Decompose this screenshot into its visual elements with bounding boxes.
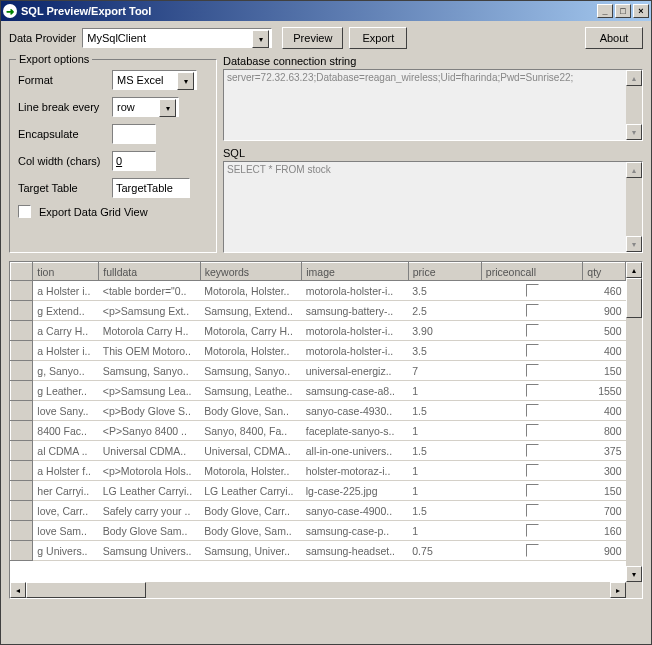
table-cell bbox=[481, 361, 582, 381]
table-row[interactable]: love Sam..Body Glove Sam..Body Glove, Sa… bbox=[11, 521, 626, 541]
table-cell: Safely carry your .. bbox=[99, 501, 200, 521]
table-cell: 1 bbox=[408, 481, 481, 501]
table-cell: Motorola, Holster.. bbox=[200, 341, 301, 361]
table-cell: 1 bbox=[408, 461, 481, 481]
row-checkbox[interactable] bbox=[526, 304, 539, 317]
table-cell: 150 bbox=[583, 481, 626, 501]
table-cell: lg-case-225.jpg bbox=[302, 481, 409, 501]
row-checkbox[interactable] bbox=[526, 424, 539, 437]
table-row[interactable]: g Univers..Samsung Univers..Samsung, Uni… bbox=[11, 541, 626, 561]
sql-scrollbar[interactable]: ▴ ▾ bbox=[626, 162, 642, 252]
table-cell bbox=[481, 521, 582, 541]
table-cell: g Extend.. bbox=[33, 301, 99, 321]
minimize-button[interactable]: _ bbox=[597, 4, 613, 18]
grid-corner bbox=[626, 582, 642, 598]
table-cell: 1550 bbox=[583, 381, 626, 401]
about-button[interactable]: About bbox=[585, 27, 643, 49]
table-cell: 460 bbox=[583, 281, 626, 301]
row-checkbox[interactable] bbox=[526, 524, 539, 537]
table-cell: 900 bbox=[583, 541, 626, 561]
table-cell bbox=[481, 501, 582, 521]
conn-string-label: Database connection string bbox=[223, 55, 643, 67]
table-cell: 8400 Fac.. bbox=[33, 421, 99, 441]
grid-vscroll-thumb[interactable] bbox=[626, 278, 642, 318]
encapsulate-input[interactable] bbox=[112, 124, 156, 144]
data-provider-value: MySqlClient bbox=[87, 32, 146, 44]
sql-label: SQL bbox=[223, 147, 643, 159]
table-row[interactable]: a Holster i..<table border="0..Motorola,… bbox=[11, 281, 626, 301]
row-checkbox[interactable] bbox=[526, 464, 539, 477]
row-checkbox[interactable] bbox=[526, 444, 539, 457]
table-cell: Sanyo, 8400, Fa.. bbox=[200, 421, 301, 441]
conn-scrollbar[interactable]: ▴ ▾ bbox=[626, 70, 642, 140]
table-cell: Samsung, Sanyo.. bbox=[99, 361, 200, 381]
table-row[interactable]: 8400 Fac..<P>Sanyo 8400 ..Sanyo, 8400, F… bbox=[11, 421, 626, 441]
table-cell: <p>Samsung Ext.. bbox=[99, 301, 200, 321]
row-checkbox[interactable] bbox=[526, 344, 539, 357]
grid-hscroll-thumb[interactable] bbox=[26, 582, 146, 598]
table-cell: 160 bbox=[583, 521, 626, 541]
export-options-group: Export options Format MS Excel Line brea… bbox=[9, 59, 217, 253]
column-header[interactable]: image bbox=[302, 263, 409, 281]
linebreak-label: Line break every bbox=[18, 101, 108, 113]
sql-textarea[interactable]: SELECT * FROM stock ▴ ▾ bbox=[223, 161, 643, 253]
table-row[interactable]: g, Sanyo..Samsung, Sanyo..Samsung, Sanyo… bbox=[11, 361, 626, 381]
table-row[interactable]: a Carry H..Motorola Carry H..Motorola, C… bbox=[11, 321, 626, 341]
row-checkbox[interactable] bbox=[526, 544, 539, 557]
close-button[interactable]: × bbox=[633, 4, 649, 18]
row-checkbox[interactable] bbox=[526, 484, 539, 497]
table-cell: Universal CDMA.. bbox=[99, 441, 200, 461]
table-row[interactable]: love Sany..<p>Body Glove S..Body Glove, … bbox=[11, 401, 626, 421]
table-row[interactable]: a Holster i..This OEM Motoro..Motorola, … bbox=[11, 341, 626, 361]
linebreak-select[interactable]: row bbox=[112, 97, 179, 117]
row-checkbox[interactable] bbox=[526, 364, 539, 377]
table-row[interactable]: her Carryi..LG Leather Carryi..LG Leathe… bbox=[11, 481, 626, 501]
table-row[interactable]: love, Carr..Safely carry your ..Body Glo… bbox=[11, 501, 626, 521]
table-cell: Universal, CDMA.. bbox=[200, 441, 301, 461]
column-header[interactable]: qty bbox=[583, 263, 626, 281]
colwidth-label: Col width (chars) bbox=[18, 155, 108, 167]
table-cell: sanyo-case-4900.. bbox=[302, 501, 409, 521]
table-cell: samsung-battery-.. bbox=[302, 301, 409, 321]
table-row[interactable]: g Extend..<p>Samsung Ext..Samsung, Exten… bbox=[11, 301, 626, 321]
table-cell: motorola-holster-i.. bbox=[302, 281, 409, 301]
table-cell: This OEM Motoro.. bbox=[99, 341, 200, 361]
export-button[interactable]: Export bbox=[349, 27, 407, 49]
column-header[interactable]: price bbox=[408, 263, 481, 281]
row-checkbox[interactable] bbox=[526, 324, 539, 337]
encapsulate-label: Encapsulate bbox=[18, 128, 108, 140]
table-cell: motorola-holster-i.. bbox=[302, 341, 409, 361]
column-header[interactable]: tion bbox=[33, 263, 99, 281]
row-checkbox[interactable] bbox=[526, 284, 539, 297]
target-table-input[interactable] bbox=[112, 178, 190, 198]
table-cell: 400 bbox=[583, 401, 626, 421]
table-cell: Body Glove Sam.. bbox=[99, 521, 200, 541]
table-cell bbox=[481, 301, 582, 321]
table-row[interactable]: a Holster f..<p>Motorola Hols..Motorola,… bbox=[11, 461, 626, 481]
table-cell: a Holster f.. bbox=[33, 461, 99, 481]
conn-string-textarea[interactable]: server=72.32.63.23;Database=reagan_wirel… bbox=[223, 69, 643, 141]
column-header[interactable]: priceoncall bbox=[481, 263, 582, 281]
column-header[interactable]: keywords bbox=[200, 263, 301, 281]
table-cell: <p>Samsung Lea.. bbox=[99, 381, 200, 401]
colwidth-input[interactable] bbox=[112, 151, 156, 171]
data-provider-select[interactable]: MySqlClient bbox=[82, 28, 272, 48]
app-icon: ➜ bbox=[3, 4, 17, 18]
preview-button[interactable]: Preview bbox=[282, 27, 343, 49]
maximize-button[interactable]: □ bbox=[615, 4, 631, 18]
column-header[interactable]: fulldata bbox=[99, 263, 200, 281]
grid-hscroll[interactable]: ◂ ▸ bbox=[10, 582, 626, 598]
window-title: SQL Preview/Export Tool bbox=[21, 5, 597, 17]
table-cell: <P>Sanyo 8400 .. bbox=[99, 421, 200, 441]
table-cell bbox=[481, 381, 582, 401]
table-row[interactable]: al CDMA ..Universal CDMA..Universal, CDM… bbox=[11, 441, 626, 461]
row-checkbox[interactable] bbox=[526, 404, 539, 417]
table-row[interactable]: g Leather..<p>Samsung Lea..Samsung, Leat… bbox=[11, 381, 626, 401]
export-grid-checkbox[interactable] bbox=[18, 205, 31, 218]
row-checkbox[interactable] bbox=[526, 504, 539, 517]
table-cell: 3.5 bbox=[408, 341, 481, 361]
format-select[interactable]: MS Excel bbox=[112, 70, 197, 90]
row-checkbox[interactable] bbox=[526, 384, 539, 397]
grid-vscroll[interactable]: ▴ ▾ bbox=[626, 262, 642, 582]
table-cell: 375 bbox=[583, 441, 626, 461]
